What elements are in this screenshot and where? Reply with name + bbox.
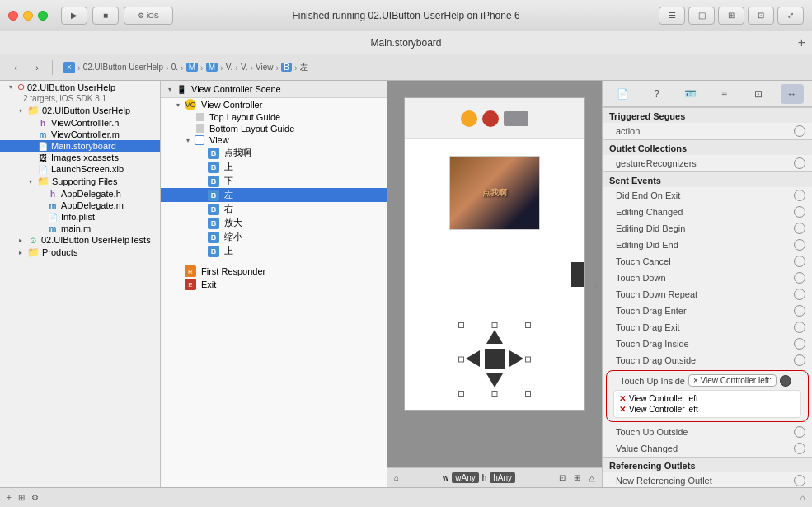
btn-shang2[interactable]: B 上 — [161, 244, 387, 258]
canvas-align-btn[interactable]: ⊞ — [574, 473, 580, 482]
value-changed-circle[interactable] — [794, 443, 805, 454]
bc-b[interactable]: B — [281, 63, 292, 72]
touch-up-outside-circle[interactable] — [794, 426, 805, 438]
popup-x-1[interactable]: ✕ — [619, 394, 626, 403]
btn-fangda[interactable]: B 放大 — [161, 216, 387, 230]
minimize-button[interactable] — [23, 11, 33, 21]
did-end-circle[interactable] — [794, 190, 805, 201]
utilities-toggle[interactable]: ⊞ — [718, 7, 744, 25]
add-constraint-btn[interactable]: + — [7, 493, 12, 502]
inspector-quick-btn[interactable]: ? — [645, 84, 669, 104]
layout-btn[interactable]: ⊞ — [18, 493, 25, 502]
scheme-selector[interactable]: ⚙ iOS — [124, 7, 173, 25]
settings-btn[interactable]: ⚙ — [31, 493, 39, 502]
bc-m1[interactable]: M — [186, 63, 198, 72]
tab-storyboard[interactable]: Main.storyboard — [370, 37, 441, 49]
view-row[interactable]: View — [161, 134, 387, 146]
touch-down-circle[interactable] — [794, 272, 805, 284]
btn-you[interactable]: B 右 — [161, 202, 387, 216]
touch-drag-exit-circle[interactable] — [794, 322, 805, 333]
editing-end-circle[interactable] — [794, 239, 805, 251]
exit-row[interactable]: E Exit — [161, 278, 387, 291]
btn-suoxiao[interactable]: B 缩小 — [161, 230, 387, 244]
btn-shang1[interactable]: B 上 — [161, 160, 387, 174]
bc-m2[interactable]: M — [206, 63, 218, 72]
add-tab-button[interactable]: + — [798, 35, 805, 50]
touch-drag-enter-circle[interactable] — [794, 305, 805, 317]
scene-header[interactable]: 📱 View Controller Scene — [161, 81, 387, 98]
file-storyboard[interactable]: 📄 Main.storyboard — [0, 140, 160, 152]
touch-up-inside-circle[interactable] — [780, 375, 791, 387]
btn-xia[interactable]: B 下 — [161, 174, 387, 188]
group-tests[interactable]: ⊙ 02.UIButton UserHelpTests — [0, 234, 160, 246]
file-xcassets[interactable]: 🖼 Images.xcassets — [0, 152, 160, 163]
editing-changed-circle[interactable] — [794, 206, 805, 218]
vc-row[interactable]: VC View Controller — [161, 98, 387, 111]
file-plist-label: Info.plist — [61, 212, 95, 222]
size-h-box[interactable]: hAny — [490, 472, 515, 483]
first-responder[interactable]: R First Responder — [161, 265, 387, 278]
new-ref-outlet-circle[interactable] — [794, 475, 805, 486]
project-icon: ⊙ — [17, 82, 25, 92]
file-vh[interactable]: h ViewControlller.h — [0, 117, 160, 129]
popup-x-2[interactable]: ✕ — [619, 405, 626, 414]
action-circle[interactable] — [794, 125, 805, 137]
bc-project[interactable]: 02.UIButton UserHelp — [83, 63, 163, 72]
file-appdelegatem[interactable]: m AppDelegate.m — [0, 200, 160, 211]
canvas-home-btn[interactable]: ⌂ — [394, 473, 399, 482]
inspector-file-btn[interactable]: 📄 — [612, 84, 635, 104]
run-button[interactable]: ▶ — [61, 7, 87, 25]
inspector-connections-btn[interactable]: ↔ — [781, 84, 804, 104]
bc-v1[interactable]: V. — [226, 63, 233, 72]
btn-zuo[interactable]: B 左 — [161, 188, 387, 202]
B-icon-3: B — [208, 176, 219, 187]
stop-button[interactable]: ■ — [92, 7, 119, 25]
touch-down-repeat-circle[interactable] — [794, 289, 805, 300]
maximize-button[interactable] — [38, 11, 48, 21]
zoom-back-btn[interactable]: ⌂ — [800, 493, 805, 502]
assistant-toggle[interactable]: ◫ — [688, 7, 715, 25]
bc-folder[interactable]: 0. — [171, 63, 178, 72]
size-w-box[interactable]: wAny — [452, 472, 478, 483]
file-launchscreen[interactable]: 📄 LaunchScreen.xib — [0, 163, 160, 175]
inspector-attr-btn[interactable]: ≡ — [713, 84, 736, 104]
gesture-circle[interactable] — [794, 157, 805, 169]
bottom-layout-guide[interactable]: Bottom Layout Guide — [161, 123, 387, 134]
btn-dianwoah[interactable]: B 点我啊 — [161, 146, 387, 160]
canvas-zoom-btn[interactable]: ⊡ — [559, 473, 566, 482]
group-app[interactable]: 📁 02.UIButton UserHelp — [0, 104, 160, 117]
project-root[interactable]: ⊙ 02.UIButton UserHelp — [0, 81, 160, 93]
group-supporting[interactable]: 📁 Supporting Files — [0, 175, 160, 188]
move-arrows-svg — [462, 326, 528, 392]
triggered-segues-action-row: action — [603, 123, 812, 139]
full-screen[interactable]: ⤢ — [777, 7, 804, 25]
touch-drag-outside-circle[interactable] — [794, 354, 805, 366]
editing-begin-circle[interactable] — [794, 223, 805, 234]
responder-icon: R — [185, 265, 196, 277]
h-icon-ad: h — [47, 190, 59, 199]
file-plist[interactable]: 📄 Info.plist — [0, 211, 160, 223]
group-app-label: 02.UIButton UserHelp — [42, 106, 130, 115]
bc-v2[interactable]: V. — [241, 63, 248, 72]
layout-toggle[interactable]: ⊡ — [748, 7, 774, 25]
top-layout-guide[interactable]: Top Layout Guide — [161, 111, 387, 123]
bc-view[interactable]: View — [256, 63, 274, 72]
close-button[interactable] — [8, 11, 18, 21]
touch-drag-inside-circle[interactable] — [794, 338, 805, 350]
touch-up-inside-label: Touch Up Inside — [620, 376, 685, 386]
inspector-size-btn[interactable]: ⊡ — [747, 84, 770, 104]
forward-button[interactable]: › — [28, 59, 46, 77]
file-appdelegateh[interactable]: h AppDelegate.h — [0, 188, 160, 200]
back-button[interactable]: ‹ — [7, 59, 25, 77]
canvas-expand-arrow[interactable]: › — [594, 277, 598, 292]
canvas-constraint-btn[interactable]: △ — [589, 473, 595, 482]
file-mainm[interactable]: m main.m — [0, 223, 160, 234]
bc-arrow-4: › — [200, 63, 204, 73]
navigator-toggle[interactable]: ☰ — [659, 7, 685, 25]
file-vm[interactable]: m ViewController.m — [0, 129, 160, 140]
size-selector: w wAny h hAny — [443, 472, 515, 483]
touch-cancel-circle[interactable] — [794, 256, 805, 267]
group-products[interactable]: 📁 Products — [0, 246, 160, 259]
bc-current[interactable]: 左 — [300, 62, 308, 73]
inspector-identity-btn[interactable]: 🪪 — [679, 84, 702, 104]
